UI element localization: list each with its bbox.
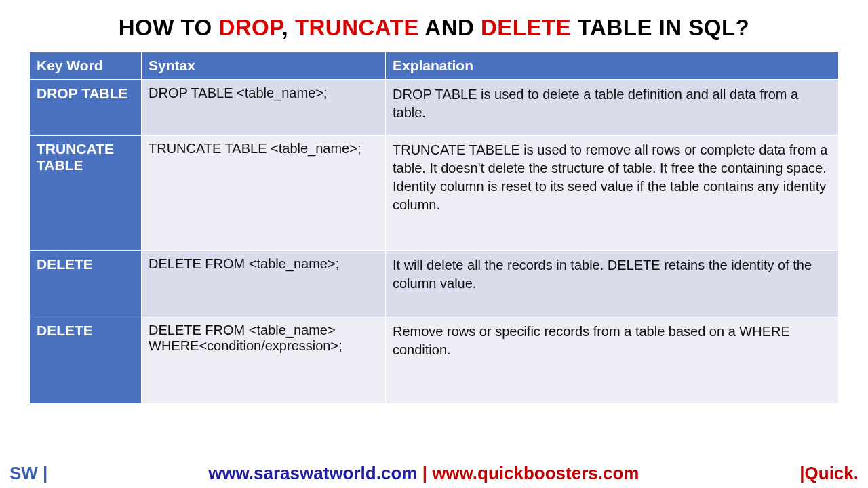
cell-syntax: DELETE FROM <table_name>; bbox=[142, 251, 386, 317]
table-row: TRUNCATE TABLE TRUNCATE TABLE <table_nam… bbox=[30, 136, 839, 251]
title-sep: , bbox=[282, 15, 295, 40]
cell-explanation: TRUNCATE TABELE is used to remove all ro… bbox=[386, 136, 839, 251]
footer-right-brand: |Quick. bbox=[800, 463, 859, 484]
footer-center: www.saraswatworld.com | www.quickbooster… bbox=[47, 463, 800, 484]
header-syntax: Syntax bbox=[142, 52, 386, 80]
cell-keyword: DELETE bbox=[30, 251, 142, 317]
cell-keyword: DROP TABLE bbox=[30, 80, 142, 136]
footer: SW | www.saraswatworld.com | www.quickbo… bbox=[0, 463, 868, 484]
title-part: TABLE IN SQL? bbox=[571, 15, 749, 40]
table-row: DELETE DELETE FROM <table_name>; It will… bbox=[30, 251, 839, 317]
header-explanation: Explanation bbox=[386, 52, 839, 80]
footer-url-1: www.saraswatworld.com bbox=[208, 463, 417, 483]
title-keyword-drop: DROP bbox=[218, 15, 281, 40]
footer-url-2: www.quickboosters.com bbox=[432, 463, 639, 483]
table-header-row: Key Word Syntax Explanation bbox=[30, 52, 839, 80]
title-keyword-delete: DELETE bbox=[481, 15, 571, 40]
title-sep: AND bbox=[419, 15, 481, 40]
cell-keyword: TRUNCATE TABLE bbox=[30, 136, 142, 251]
header-keyword: Key Word bbox=[30, 52, 142, 80]
footer-left-brand: SW | bbox=[9, 463, 47, 484]
page-title: HOW TO DROP, TRUNCATE AND DELETE TABLE I… bbox=[0, 0, 868, 52]
cell-explanation: It will delete all the records in table.… bbox=[386, 251, 839, 317]
table-row: DELETE DELETE FROM <table_name> WHERE<co… bbox=[30, 317, 839, 404]
footer-separator: | bbox=[417, 463, 432, 483]
cell-keyword: DELETE bbox=[30, 317, 142, 404]
sql-commands-table: Key Word Syntax Explanation DROP TABLE D… bbox=[29, 52, 839, 404]
cell-syntax: DROP TABLE <table_name>; bbox=[142, 80, 386, 136]
title-keyword-truncate: TRUNCATE bbox=[295, 15, 419, 40]
cell-syntax: TRUNCATE TABLE <table_name>; bbox=[142, 136, 386, 251]
cell-explanation: Remove rows or specific records from a t… bbox=[386, 317, 839, 404]
table-row: DROP TABLE DROP TABLE <table_name>; DROP… bbox=[30, 80, 839, 136]
cell-explanation: DROP TABLE is used to delete a table def… bbox=[386, 80, 839, 136]
cell-syntax: DELETE FROM <table_name> WHERE<condition… bbox=[142, 317, 386, 404]
title-part: HOW TO bbox=[119, 15, 219, 40]
